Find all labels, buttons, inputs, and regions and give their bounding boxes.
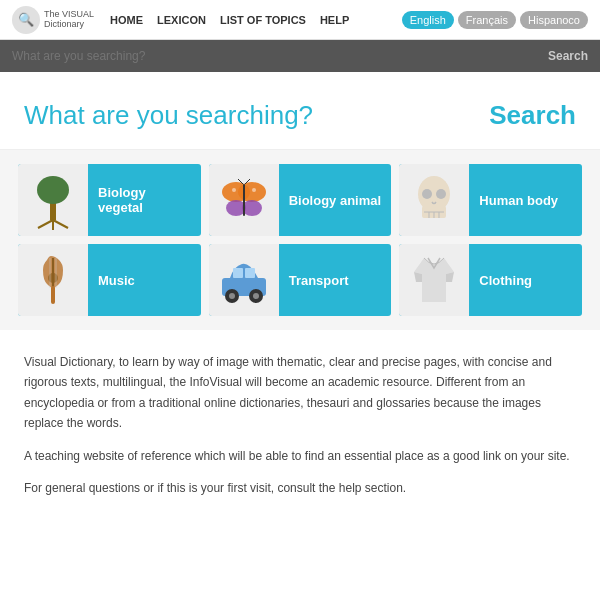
- topic-transport-label: Transport: [279, 273, 359, 288]
- svg-point-1: [37, 176, 69, 204]
- topic-biology-animal-label: Biology animal: [279, 193, 391, 208]
- nav-links: HOME LEXICON LIST OF TOPICS HELP: [110, 14, 402, 26]
- topic-human-body-image: [399, 164, 469, 236]
- nav-list-of-topics[interactable]: LIST OF TOPICS: [220, 14, 306, 26]
- lang-francais[interactable]: Français: [458, 11, 516, 29]
- description-section: Visual Dictionary, to learn by way of im…: [0, 330, 600, 532]
- hero-title: What are you searching?: [24, 100, 313, 131]
- topic-music-label: Music: [88, 273, 145, 288]
- logo-line2: Dictionary: [44, 20, 94, 30]
- lang-hispanoco[interactable]: Hispanoco: [520, 11, 588, 29]
- svg-rect-26: [51, 286, 55, 304]
- svg-line-3: [53, 220, 68, 228]
- svg-point-12: [232, 188, 236, 192]
- description-p1: Visual Dictionary, to learn by way of im…: [24, 352, 576, 434]
- topic-biology-vegetal-image: [18, 164, 88, 236]
- hero-search-label[interactable]: Search: [489, 100, 576, 131]
- svg-point-13: [252, 188, 256, 192]
- nav-lexicon[interactable]: LEXICON: [157, 14, 206, 26]
- topic-music-image: [18, 244, 88, 316]
- topic-clothing[interactable]: Clothing: [399, 244, 582, 316]
- topic-biology-vegetal-label: Biology vegetal: [88, 185, 201, 215]
- topic-human-body-label: Human body: [469, 193, 568, 208]
- description-p3: For general questions or if this is your…: [24, 478, 576, 498]
- navbar: 🔍 The VISUAL Dictionary HOME LEXICON LIS…: [0, 0, 600, 40]
- topic-biology-animal-image: [209, 164, 279, 236]
- svg-rect-9: [243, 184, 245, 216]
- svg-line-2: [38, 220, 53, 228]
- topics-grid: Biology vegetal Biology a: [18, 164, 582, 316]
- svg-point-31: [229, 293, 235, 299]
- topics-section: Biology vegetal Biology a: [0, 150, 600, 330]
- topic-transport-image: [209, 244, 279, 316]
- topic-clothing-image: [399, 244, 469, 316]
- search-input[interactable]: [12, 49, 548, 63]
- lang-english[interactable]: English: [402, 11, 454, 29]
- language-switcher: English Français Hispanoco: [402, 11, 588, 29]
- topic-biology-animal[interactable]: Biology animal: [209, 164, 392, 236]
- svg-rect-29: [245, 268, 255, 278]
- svg-rect-28: [233, 268, 243, 278]
- search-bar-dark: Search: [0, 40, 600, 72]
- svg-point-33: [253, 293, 259, 299]
- search-button-dark[interactable]: Search: [548, 49, 588, 63]
- topic-music[interactable]: Music: [18, 244, 201, 316]
- topic-transport[interactable]: Transport: [209, 244, 392, 316]
- svg-point-6: [238, 182, 266, 202]
- description-p2: A teaching website of reference which wi…: [24, 446, 576, 466]
- hero-section: What are you searching? Search: [0, 72, 600, 150]
- nav-help[interactable]: HELP: [320, 14, 349, 26]
- logo: 🔍 The VISUAL Dictionary: [12, 6, 94, 34]
- nav-home[interactable]: HOME: [110, 14, 143, 26]
- logo-text: The VISUAL Dictionary: [44, 10, 94, 30]
- svg-point-23: [48, 273, 58, 283]
- svg-point-17: [436, 189, 446, 199]
- topic-human-body[interactable]: Human body: [399, 164, 582, 236]
- logo-icon: 🔍: [12, 6, 40, 34]
- topic-clothing-label: Clothing: [469, 273, 542, 288]
- svg-point-16: [422, 189, 432, 199]
- topic-biology-vegetal[interactable]: Biology vegetal: [18, 164, 201, 236]
